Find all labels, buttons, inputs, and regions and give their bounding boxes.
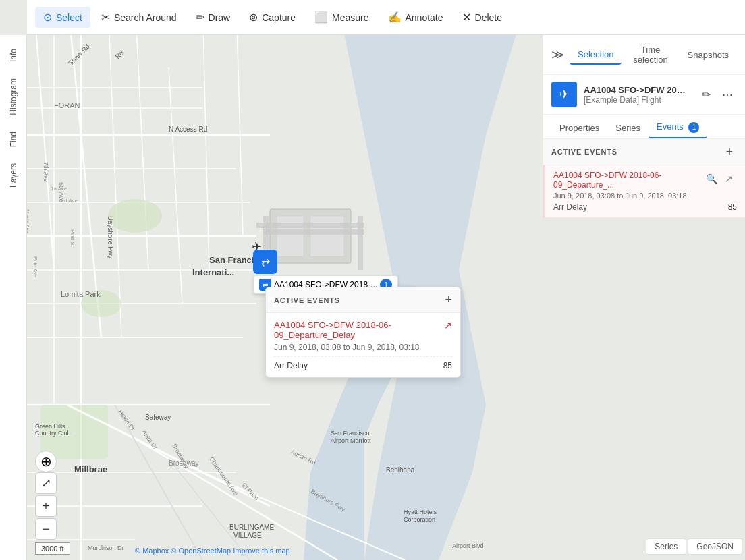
popup-title: ACTIVE EVENTS [274, 296, 340, 304]
entity-card: ✈ AA1004 SFO->DFW 2018-0... [Example Dat… [543, 75, 745, 115]
popup-detail-value: 85 [443, 361, 452, 370]
toolbar: ⊙ Select ✂ Search Around ✏ Draw ⊚ Captur… [27, 0, 745, 35]
draw-button[interactable]: ✏ Draw [188, 7, 239, 28]
zoom-to-fit-button[interactable]: ⤢ [35, 472, 57, 494]
event-time: Jun 9, 2018, 03:08 to Jun 9, 2018, 03:18 [553, 192, 737, 200]
svg-text:Country Club: Country Club [35, 430, 71, 437]
tab-series[interactable]: Series [607, 117, 649, 138]
select-button[interactable]: ⊙ Select [35, 7, 90, 28]
entity-more-button[interactable]: ⋯ [718, 85, 737, 104]
svg-text:N Access Rd: N Access Rd [169, 125, 207, 133]
svg-text:Benihana: Benihana [386, 466, 415, 474]
expand-icon[interactable]: ≫ [551, 47, 564, 62]
search-around-icon: ✂ [101, 11, 110, 24]
section-title: ACTIVE EVENTS [551, 148, 617, 156]
svg-text:Corporation: Corporation [404, 516, 435, 523]
search-around-button[interactable]: ✂ Search Around [93, 7, 185, 28]
event-item: AA1004 SFO->DFW 2018-06-09_Departure_...… [543, 165, 745, 218]
tab-selection[interactable]: Selection [570, 45, 622, 65]
svg-text:VILLAGE: VILLAGE [233, 532, 262, 539]
svg-text:Safeway: Safeway [145, 414, 171, 421]
zoom-out-button[interactable]: − [35, 518, 57, 540]
svg-text:Airport Blvd: Airport Blvd [452, 542, 484, 549]
measure-button[interactable]: ⬜ Measure [306, 7, 377, 28]
svg-text:Eoin Ave: Eoin Ave [32, 256, 38, 278]
sidebar-tab-info[interactable]: Info [3, 40, 24, 70]
right-panel: ≫ Selection Time selection Snapshots ✈ A… [543, 35, 745, 218]
popup-add-button[interactable]: + [445, 293, 452, 307]
events-count-badge: 1 [688, 122, 699, 133]
annotate-button[interactable]: ✍ Annotate [380, 7, 451, 28]
delete-button[interactable]: ✕ Delete [454, 7, 510, 28]
svg-text:1a Ave: 1a Ave [51, 186, 67, 192]
event-link-button[interactable]: ↗ [721, 171, 737, 187]
event-detail: Arr Delay 85 [553, 202, 737, 212]
tab-time-selection[interactable]: Time selection [624, 40, 676, 69]
entity-actions: ✏ ⋯ [696, 85, 737, 104]
event-detail-value: 85 [728, 202, 737, 212]
entity-info: AA1004 SFO->DFW 2018-0... [Example Data]… [584, 85, 690, 105]
entity-name: AA1004 SFO->DFW 2018-0... [584, 85, 690, 95]
svg-text:Internati...: Internati... [192, 267, 234, 277]
svg-text:7th Ave: 7th Ave [43, 162, 49, 182]
sidebar-tab-find[interactable]: Find [3, 123, 24, 155]
svg-text:Airport Marriott: Airport Marriott [331, 437, 371, 444]
capture-icon: ⊚ [249, 11, 258, 24]
series-button[interactable]: Series [646, 538, 686, 555]
zoom-in-button[interactable]: + [35, 495, 57, 517]
popup-event-detail: Arr Delay 85 [274, 356, 452, 370]
svg-text:San Francisco: San Francisco [331, 430, 370, 437]
map-controls: ⤢ + − [35, 472, 57, 540]
svg-text:Murchison Dr: Murchison Dr [88, 544, 124, 551]
popup-header: ACTIVE EVENTS + [266, 287, 460, 313]
svg-text:Hyatt Hotels: Hyatt Hotels [404, 509, 437, 515]
event-name[interactable]: AA1004 SFO->DFW 2018-06-09_Departure_... [553, 171, 703, 190]
svg-text:BURLINGAME: BURLINGAME [229, 524, 274, 531]
flight-marker[interactable]: ⇄ [253, 250, 277, 274]
svg-point-29 [108, 199, 162, 233]
section-add-button[interactable]: + [722, 144, 737, 159]
delete-icon: ✕ [462, 11, 471, 24]
svg-text:Bayshore Fwy: Bayshore Fwy [107, 216, 114, 258]
event-actions: 🔍 ↗ [703, 171, 737, 187]
bottom-right-buttons: Series GeoJSON [646, 538, 745, 555]
capture-button[interactable]: ⊚ Capture [241, 7, 304, 28]
scale-bar: 3000 ft [35, 542, 70, 555]
svg-text:Millbrae: Millbrae [74, 464, 107, 474]
svg-text:FORAN: FORAN [54, 101, 80, 109]
map-events-popup: ACTIVE EVENTS + AA1004 SFO->DFW 2018-06-… [265, 287, 461, 378]
draw-icon: ✏ [196, 11, 204, 24]
svg-text:Lomita Park: Lomita Park [61, 290, 101, 298]
tab-snapshots[interactable]: Snapshots [680, 46, 737, 64]
event-detail-label: Arr Delay [553, 202, 587, 212]
svg-text:Green Hills: Green Hills [35, 423, 65, 430]
map-attribution: © Mapbox © OpenStreetMap Improve this ma… [135, 547, 290, 555]
tab-properties[interactable]: Properties [551, 117, 607, 138]
svg-rect-25 [256, 223, 364, 228]
compass-icon: ⊕ [40, 453, 52, 470]
panel-tabs: Properties Series Events 1 [543, 115, 745, 139]
popup-event-link[interactable]: ↗ [444, 320, 452, 331]
active-events-section: ACTIVE EVENTS + AA1004 SFO->DFW 2018-06-… [543, 139, 745, 218]
compass[interactable]: ⊕ [35, 451, 57, 472]
tab-events[interactable]: Events 1 [649, 117, 707, 138]
popup-detail-label: Arr Delay [274, 361, 308, 370]
popup-event-item: AA1004 SFO->DFW 2018-06-09_Departure_Del… [266, 313, 460, 377]
mapbox-attribution[interactable]: © Mapbox [135, 547, 169, 555]
svg-rect-26 [263, 229, 364, 235]
geojson-button[interactable]: GeoJSON [688, 538, 742, 555]
event-zoom-button[interactable]: 🔍 [703, 171, 719, 187]
improve-map-link[interactable]: Improve this map [233, 547, 289, 555]
select-icon: ⊙ [43, 11, 52, 24]
entity-type: [Example Data] Flight [584, 95, 690, 105]
popup-event-time: Jun 9, 2018, 03:08 to Jun 9, 2018, 03:18 [274, 343, 452, 352]
entity-edit-button[interactable]: ✏ [696, 85, 715, 104]
entity-icon: ✈ [551, 82, 577, 107]
svg-text:Broadway: Broadway [169, 459, 198, 467]
left-sidebar: Info Histogram Find Layers [0, 35, 27, 560]
sidebar-tab-layers[interactable]: Layers [3, 155, 24, 196]
osm-attribution[interactable]: © OpenStreetMap [171, 547, 231, 555]
sidebar-tab-histogram[interactable]: Histogram [3, 70, 24, 123]
popup-event-name[interactable]: AA1004 SFO->DFW 2018-06-09_Departure_Del… [274, 320, 452, 340]
svg-text:3rd Ave: 3rd Ave [59, 198, 78, 204]
